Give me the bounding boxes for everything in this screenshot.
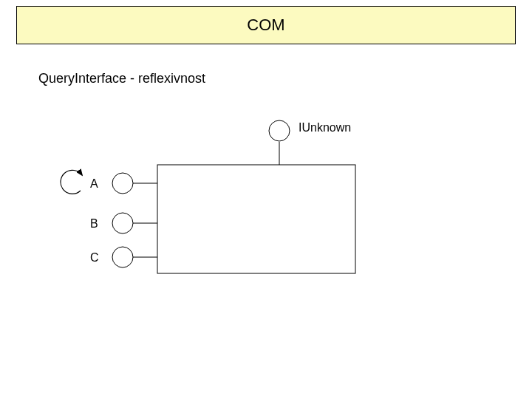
interface-a-label: A xyxy=(90,177,98,191)
interface-b-label: B xyxy=(90,217,98,231)
svg-point-2 xyxy=(269,120,290,141)
svg-point-4 xyxy=(112,173,133,194)
subtitle: QueryInterface - reflexivnost xyxy=(38,71,205,86)
svg-point-6 xyxy=(112,213,133,233)
interface-c-label: C xyxy=(90,251,99,265)
component-box xyxy=(157,165,355,273)
iunknown-label: IUnknown xyxy=(299,121,351,134)
title-bar: COM xyxy=(16,6,516,44)
diagram-canvas xyxy=(0,0,532,399)
svg-point-8 xyxy=(112,247,133,267)
interface-c-lollipop xyxy=(112,247,157,267)
iunknown-interface xyxy=(269,120,290,165)
interface-b-lollipop xyxy=(112,213,157,233)
interface-a-lollipop xyxy=(112,173,157,194)
reflexive-arrow-icon xyxy=(61,170,82,194)
title-text: COM xyxy=(247,16,284,35)
